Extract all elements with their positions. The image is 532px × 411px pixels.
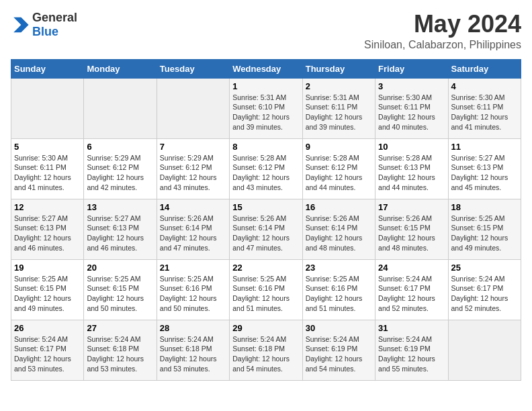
weekday-header-tuesday: Tuesday	[157, 59, 229, 78]
calendar-cell: 7Sunrise: 5:29 AMSunset: 6:12 PMDaylight…	[157, 138, 229, 199]
day-number: 15	[232, 202, 299, 212]
day-info: Sunrise: 5:26 AMSunset: 6:14 PMDaylight:…	[232, 214, 299, 253]
day-info: Sunrise: 5:28 AMSunset: 6:13 PMDaylight:…	[378, 153, 445, 193]
day-info: Sunrise: 5:24 AMSunset: 6:18 PMDaylight:…	[87, 334, 153, 374]
day-number: 30	[306, 323, 372, 333]
page-header: General Blue May 2024 Siniloan, Calabarz…	[11, 11, 521, 51]
calendar-cell: 19Sunrise: 5:25 AMSunset: 6:15 PMDayligh…	[11, 259, 84, 320]
day-info: Sunrise: 5:30 AMSunset: 6:11 PMDaylight:…	[378, 93, 445, 132]
day-number: 31	[378, 323, 445, 333]
day-info: Sunrise: 5:27 AMSunset: 6:13 PMDaylight:…	[14, 214, 81, 253]
day-number: 28	[160, 323, 226, 333]
day-number: 14	[160, 202, 226, 212]
day-number: 24	[378, 263, 445, 273]
weekday-header-saturday: Saturday	[448, 59, 521, 78]
day-info: Sunrise: 5:28 AMSunset: 6:12 PMDaylight:…	[306, 153, 372, 193]
day-info: Sunrise: 5:30 AMSunset: 6:11 PMDaylight:…	[14, 153, 81, 193]
day-number: 5	[14, 142, 81, 152]
calendar-cell: 5Sunrise: 5:30 AMSunset: 6:11 PMDaylight…	[11, 138, 84, 199]
day-info: Sunrise: 5:24 AMSunset: 6:19 PMDaylight:…	[306, 334, 372, 374]
week-row-3: 12Sunrise: 5:27 AMSunset: 6:13 PMDayligh…	[11, 199, 521, 259]
svg-marker-0	[13, 17, 28, 32]
weekday-header-monday: Monday	[84, 59, 157, 78]
calendar-cell: 17Sunrise: 5:26 AMSunset: 6:15 PMDayligh…	[375, 199, 448, 259]
calendar-cell: 14Sunrise: 5:26 AMSunset: 6:14 PMDayligh…	[157, 199, 229, 259]
day-info: Sunrise: 5:25 AMSunset: 6:15 PMDaylight:…	[87, 274, 153, 314]
logo: General Blue	[11, 11, 77, 39]
calendar-cell: 25Sunrise: 5:24 AMSunset: 6:17 PMDayligh…	[448, 259, 521, 320]
calendar-cell: 22Sunrise: 5:25 AMSunset: 6:16 PMDayligh…	[230, 259, 302, 320]
day-info: Sunrise: 5:25 AMSunset: 6:16 PMDaylight:…	[232, 274, 299, 314]
calendar-table: SundayMondayTuesdayWednesdayThursdayFrid…	[11, 59, 521, 381]
calendar-cell: 26Sunrise: 5:24 AMSunset: 6:17 PMDayligh…	[11, 320, 84, 380]
day-number: 17	[378, 202, 445, 212]
calendar-subtitle: Siniloan, Calabarzon, Philippines	[364, 39, 521, 51]
calendar-cell	[448, 320, 521, 380]
calendar-cell: 11Sunrise: 5:27 AMSunset: 6:13 PMDayligh…	[448, 138, 521, 199]
day-number: 13	[87, 202, 153, 212]
logo-blue-text: Blue	[32, 25, 58, 38]
day-number: 18	[451, 202, 518, 212]
calendar-cell: 2Sunrise: 5:31 AMSunset: 6:11 PMDaylight…	[302, 78, 375, 138]
weekday-header-row: SundayMondayTuesdayWednesdayThursdayFrid…	[11, 59, 521, 78]
day-number: 25	[451, 263, 518, 273]
calendar-cell: 20Sunrise: 5:25 AMSunset: 6:15 PMDayligh…	[84, 259, 157, 320]
day-number: 10	[378, 142, 445, 152]
day-number: 2	[306, 81, 372, 91]
day-info: Sunrise: 5:31 AMSunset: 6:10 PMDaylight:…	[232, 93, 299, 132]
calendar-cell: 3Sunrise: 5:30 AMSunset: 6:11 PMDaylight…	[375, 78, 448, 138]
calendar-cell: 30Sunrise: 5:24 AMSunset: 6:19 PMDayligh…	[302, 320, 375, 380]
calendar-cell: 9Sunrise: 5:28 AMSunset: 6:12 PMDaylight…	[302, 138, 375, 199]
day-number: 6	[87, 142, 153, 152]
calendar-cell	[157, 78, 229, 138]
calendar-cell: 27Sunrise: 5:24 AMSunset: 6:18 PMDayligh…	[84, 320, 157, 380]
calendar-cell: 8Sunrise: 5:28 AMSunset: 6:12 PMDaylight…	[230, 138, 302, 199]
day-info: Sunrise: 5:28 AMSunset: 6:12 PMDaylight:…	[232, 153, 299, 193]
day-info: Sunrise: 5:25 AMSunset: 6:15 PMDaylight:…	[451, 214, 518, 253]
calendar-cell: 24Sunrise: 5:24 AMSunset: 6:17 PMDayligh…	[375, 259, 448, 320]
day-number: 19	[14, 263, 81, 273]
day-info: Sunrise: 5:25 AMSunset: 6:15 PMDaylight:…	[14, 274, 81, 314]
day-info: Sunrise: 5:24 AMSunset: 6:19 PMDaylight:…	[378, 334, 445, 374]
day-info: Sunrise: 5:25 AMSunset: 6:16 PMDaylight:…	[160, 274, 226, 314]
day-number: 7	[160, 142, 226, 152]
weekday-header-friday: Friday	[375, 59, 448, 78]
calendar-title: May 2024	[364, 11, 521, 38]
week-row-1: 1Sunrise: 5:31 AMSunset: 6:10 PMDaylight…	[11, 78, 521, 138]
day-number: 1	[232, 81, 299, 91]
title-block: May 2024 Siniloan, Calabarzon, Philippin…	[364, 11, 521, 51]
calendar-cell: 29Sunrise: 5:24 AMSunset: 6:18 PMDayligh…	[230, 320, 302, 380]
generalblue-logo-icon	[11, 15, 30, 34]
calendar-cell: 13Sunrise: 5:27 AMSunset: 6:13 PMDayligh…	[84, 199, 157, 259]
day-number: 12	[14, 202, 81, 212]
day-info: Sunrise: 5:31 AMSunset: 6:11 PMDaylight:…	[306, 93, 372, 132]
day-info: Sunrise: 5:25 AMSunset: 6:16 PMDaylight:…	[306, 274, 372, 314]
calendar-cell: 28Sunrise: 5:24 AMSunset: 6:18 PMDayligh…	[157, 320, 229, 380]
day-number: 22	[232, 263, 299, 273]
calendar-cell: 18Sunrise: 5:25 AMSunset: 6:15 PMDayligh…	[448, 199, 521, 259]
calendar-cell: 31Sunrise: 5:24 AMSunset: 6:19 PMDayligh…	[375, 320, 448, 380]
day-info: Sunrise: 5:26 AMSunset: 6:14 PMDaylight:…	[306, 214, 372, 253]
day-number: 9	[306, 142, 372, 152]
day-number: 29	[232, 323, 299, 333]
day-info: Sunrise: 5:27 AMSunset: 6:13 PMDaylight:…	[87, 214, 153, 253]
logo-general-text: General	[32, 11, 77, 24]
calendar-cell: 23Sunrise: 5:25 AMSunset: 6:16 PMDayligh…	[302, 259, 375, 320]
day-number: 26	[14, 323, 81, 333]
weekday-header-thursday: Thursday	[302, 59, 375, 78]
week-row-5: 26Sunrise: 5:24 AMSunset: 6:17 PMDayligh…	[11, 320, 521, 380]
day-info: Sunrise: 5:24 AMSunset: 6:17 PMDaylight:…	[14, 334, 81, 374]
calendar-cell: 16Sunrise: 5:26 AMSunset: 6:14 PMDayligh…	[302, 199, 375, 259]
calendar-cell	[84, 78, 157, 138]
day-info: Sunrise: 5:26 AMSunset: 6:14 PMDaylight:…	[160, 214, 226, 253]
calendar-cell: 10Sunrise: 5:28 AMSunset: 6:13 PMDayligh…	[375, 138, 448, 199]
day-info: Sunrise: 5:27 AMSunset: 6:13 PMDaylight:…	[451, 153, 518, 193]
calendar-cell: 6Sunrise: 5:29 AMSunset: 6:12 PMDaylight…	[84, 138, 157, 199]
calendar-cell: 21Sunrise: 5:25 AMSunset: 6:16 PMDayligh…	[157, 259, 229, 320]
calendar-cell: 12Sunrise: 5:27 AMSunset: 6:13 PMDayligh…	[11, 199, 84, 259]
day-number: 16	[306, 202, 372, 212]
calendar-cell: 1Sunrise: 5:31 AMSunset: 6:10 PMDaylight…	[230, 78, 302, 138]
day-number: 8	[232, 142, 299, 152]
calendar-cell: 4Sunrise: 5:30 AMSunset: 6:11 PMDaylight…	[448, 78, 521, 138]
day-number: 3	[378, 81, 445, 91]
